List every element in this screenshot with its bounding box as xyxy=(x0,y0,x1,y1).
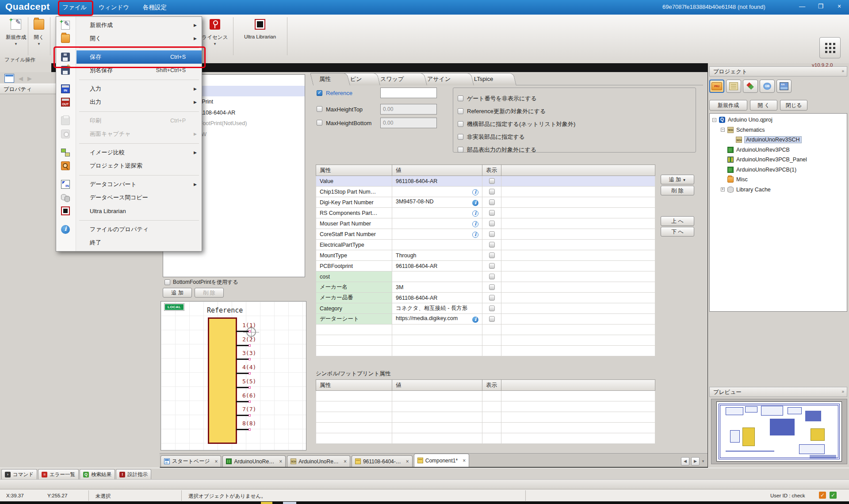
scroll-left-icon[interactable]: ◀ xyxy=(681,457,689,466)
table-row[interactable]: Mouser Part Numberi xyxy=(316,218,655,229)
bottomfootprint-checkbox[interactable] xyxy=(164,279,170,285)
visibility-checkbox[interactable] xyxy=(489,316,495,322)
attr-value-cell[interactable]: 3M xyxy=(392,282,482,293)
close-tab-icon[interactable]: × xyxy=(344,458,347,465)
close-tab-icon[interactable]: × xyxy=(406,458,409,465)
project-new-button[interactable]: 新規作成 xyxy=(709,100,747,111)
menu-item[interactable]: 入力▶ xyxy=(56,82,202,95)
project-tree-item[interactable]: Misc xyxy=(710,175,847,185)
tab-assign[interactable]: アサイン xyxy=(421,73,474,85)
output-tab[interactable]: ›コマンド xyxy=(1,469,37,479)
maxheighttop-checkbox[interactable] xyxy=(317,106,322,112)
attr-value-cell[interactable] xyxy=(392,271,482,282)
attribute-move-up-button[interactable]: 上 へ xyxy=(661,216,694,226)
menu-item[interactable]: Ultra Librarian xyxy=(56,204,202,218)
footprint-remove-button[interactable]: 削 除 xyxy=(195,288,224,298)
visibility-checkbox[interactable] xyxy=(489,210,495,216)
libchip-button[interactable] xyxy=(726,80,741,93)
ob-button[interactable] xyxy=(760,80,775,93)
info-icon[interactable]: i xyxy=(472,210,478,217)
menubar-item-file[interactable]: ファイル xyxy=(62,4,87,11)
info-icon[interactable]: i xyxy=(472,221,478,227)
table-row[interactable]: RS Components Part…i xyxy=(316,208,655,218)
project-tree-item[interactable]: +Library Cache xyxy=(710,185,847,195)
menu-item[interactable]: データコンバート▶ xyxy=(56,178,202,191)
table-row[interactable]: Value961108-6404-AR xyxy=(316,176,655,187)
schematic-preview-thumbnail[interactable] xyxy=(716,401,842,462)
reference-checkbox[interactable] xyxy=(317,90,322,96)
attr-value-cell[interactable]: 3M9457-08-NDi xyxy=(392,197,482,208)
document-tab[interactable]: ArduinoUnoRe…× xyxy=(287,455,350,467)
table-row[interactable]: データーシートhttps://media.digikey.comi xyxy=(316,314,655,325)
layers-button[interactable] xyxy=(743,80,758,93)
table-row[interactable]: メーカー名3M xyxy=(316,282,655,293)
visibility-checkbox[interactable] xyxy=(489,295,495,301)
menu-item[interactable]: 画面キャプチャ▶ xyxy=(56,127,202,141)
panelgrid-button[interactable] xyxy=(776,80,792,93)
menu-item[interactable]: 印刷Ctrl+P xyxy=(56,114,202,127)
table-row[interactable]: ElectricalPartType xyxy=(316,240,655,250)
visibility-checkbox[interactable] xyxy=(489,221,495,226)
menu-item[interactable]: 別名保存Shift+Ctrl+S xyxy=(56,64,202,77)
user-check-orange-icon[interactable]: ✓ xyxy=(819,492,826,499)
checkbox-unchecked-icon[interactable] xyxy=(458,147,463,153)
panel-expand-icon[interactable]: » xyxy=(841,69,844,73)
visibility-checkbox[interactable] xyxy=(489,305,495,311)
scroll-right-icon[interactable]: ▶ xyxy=(691,457,700,466)
visibility-checkbox[interactable] xyxy=(489,263,495,269)
project-tree-item[interactable]: −Schematics xyxy=(710,125,847,135)
document-tab[interactable]: スタートページ× xyxy=(161,455,221,467)
empty-table-row[interactable] xyxy=(316,423,655,433)
attribute-add-button[interactable]: 追 加 ▼ xyxy=(661,175,694,184)
output-tab[interactable]: Q検索結果 xyxy=(80,469,115,479)
output-tab[interactable]: ≡エラー一覧 xyxy=(38,469,79,479)
attr-value-cell[interactable]: i xyxy=(392,218,482,229)
table-row[interactable]: Categoryコネクタ、相互接続 - 長方形 xyxy=(316,303,655,314)
table-row[interactable]: CoreStaff Part Numberi xyxy=(316,229,655,240)
project-tree-item[interactable]: ArduinoUnoRev3SCH xyxy=(710,135,847,145)
close-tab-icon[interactable]: × xyxy=(214,458,218,465)
table-row[interactable]: Digi-Key Part Number3M9457-08-NDi xyxy=(316,197,655,208)
document-tab[interactable]: Component1*× xyxy=(414,454,469,467)
menu-item[interactable]: 保存Ctrl+S xyxy=(56,50,202,64)
attr-value-cell[interactable] xyxy=(392,240,482,250)
empty-table-row[interactable] xyxy=(316,325,655,335)
checkbox-unchecked-icon[interactable] xyxy=(458,108,463,114)
visibility-checkbox[interactable] xyxy=(489,274,495,279)
property-editor-icon[interactable] xyxy=(4,74,14,83)
attr-value-cell[interactable]: https://media.digikey.comi xyxy=(392,314,482,325)
visibility-checkbox[interactable] xyxy=(489,242,495,248)
tab-swap[interactable]: スワップ xyxy=(374,73,427,85)
close-tab-icon[interactable]: × xyxy=(279,458,282,465)
panel-expand-icon[interactable]: » xyxy=(841,389,844,394)
table-row[interactable]: PCBFootprint961108-6404-AR xyxy=(316,261,655,271)
attribute-move-down-button[interactable]: 下 へ xyxy=(661,227,694,237)
project-close-button[interactable]: 閉じる xyxy=(780,100,807,111)
info-icon[interactable]: i xyxy=(472,189,478,195)
menu-item[interactable]: 終了 xyxy=(56,236,202,249)
menu-item[interactable]: 新規作成▶ xyxy=(56,19,202,32)
back-arrow-icon[interactable]: ◀ xyxy=(19,75,23,82)
symbol-preview-canvas[interactable]: LOCAL Reference 1(1)2(2)3(3)4(4)5(5)6(6)… xyxy=(161,301,306,451)
info-icon[interactable]: i xyxy=(472,200,478,206)
close-button[interactable]: × xyxy=(833,3,845,10)
ribbon-button[interactable]: 開く▼ xyxy=(29,19,49,46)
reference-input[interactable] xyxy=(380,88,437,98)
attr-value-cell[interactable]: 961108-6404-AR xyxy=(392,293,482,303)
checkbox-unchecked-icon[interactable] xyxy=(458,95,463,101)
menu-item[interactable]: データベース間コピー xyxy=(56,191,202,204)
attr-value-cell[interactable]: i xyxy=(392,229,482,240)
forward-arrow-icon[interactable]: ▶ xyxy=(27,75,32,82)
visibility-checkbox[interactable] xyxy=(489,231,495,237)
menu-item[interactable]: イメージ比較▶ xyxy=(56,146,202,159)
info-icon[interactable]: i xyxy=(472,232,478,238)
empty-table-row[interactable] xyxy=(316,412,655,423)
ribbon-button[interactable]: Ultra Librarian xyxy=(234,19,286,39)
minimize-button[interactable]: — xyxy=(796,3,808,10)
minus-expander-icon[interactable]: − xyxy=(712,118,716,122)
tab-list-icon[interactable]: ▼ xyxy=(701,459,705,463)
empty-table-row[interactable] xyxy=(316,391,655,401)
prj-button[interactable] xyxy=(709,80,724,93)
visibility-checkbox[interactable] xyxy=(489,284,495,290)
menu-item[interactable]: ファイルのプロパティ xyxy=(56,223,202,236)
